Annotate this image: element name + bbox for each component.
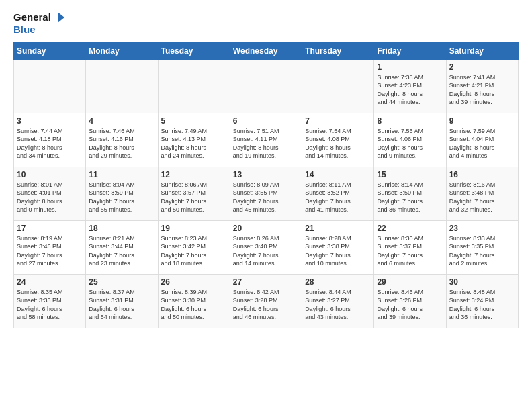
day-info-10: Sunrise: 8:01 AM Sunset: 4:01 PM Dayligh…	[17, 181, 83, 214]
logo-general: General	[13, 12, 51, 24]
day-number-27: 27	[233, 277, 299, 287]
day-info-14: Sunrise: 8:11 AM Sunset: 3:52 PM Dayligh…	[305, 181, 371, 214]
day-number-6: 6	[233, 116, 299, 126]
day-number-2: 2	[449, 62, 515, 72]
day-number-12: 12	[161, 170, 227, 179]
day-cell-12: 12Sunrise: 8:06 AM Sunset: 3:57 PM Dayli…	[158, 167, 230, 220]
day-info-20: Sunrise: 8:26 AM Sunset: 3:40 PM Dayligh…	[233, 234, 299, 268]
day-info-28: Sunrise: 8:44 AM Sunset: 3:27 PM Dayligh…	[305, 288, 371, 322]
day-info-12: Sunrise: 8:06 AM Sunset: 3:57 PM Dayligh…	[161, 181, 227, 214]
day-info-5: Sunrise: 7:49 AM Sunset: 4:13 PM Dayligh…	[161, 127, 227, 161]
week-row-4: 17Sunrise: 8:19 AM Sunset: 3:46 PM Dayli…	[14, 220, 519, 274]
day-cell-8: 8Sunrise: 7:56 AM Sunset: 4:06 PM Daylig…	[374, 113, 446, 167]
day-number-14: 14	[305, 170, 371, 179]
day-number-30: 30	[449, 277, 515, 287]
day-number-21: 21	[305, 224, 371, 233]
empty-cell	[14, 59, 86, 113]
day-info-6: Sunrise: 7:51 AM Sunset: 4:11 PM Dayligh…	[233, 127, 299, 161]
empty-cell	[86, 59, 158, 113]
day-number-4: 4	[89, 116, 154, 126]
week-row-5: 24Sunrise: 8:35 AM Sunset: 3:33 PM Dayli…	[14, 274, 519, 328]
day-number-26: 26	[161, 277, 227, 287]
day-cell-22: 22Sunrise: 8:30 AM Sunset: 3:37 PM Dayli…	[374, 220, 446, 274]
empty-cell	[158, 59, 230, 113]
header: General Blue	[13, 11, 519, 36]
day-cell-27: 27Sunrise: 8:42 AM Sunset: 3:28 PM Dayli…	[230, 274, 302, 328]
logo: General Blue	[13, 11, 66, 36]
day-cell-19: 19Sunrise: 8:23 AM Sunset: 3:42 PM Dayli…	[158, 220, 230, 274]
day-info-18: Sunrise: 8:21 AM Sunset: 3:44 PM Dayligh…	[89, 234, 154, 268]
day-number-25: 25	[89, 277, 154, 287]
empty-cell	[230, 59, 302, 113]
svg-marker-0	[58, 12, 64, 23]
day-number-22: 22	[377, 224, 443, 233]
day-info-3: Sunrise: 7:44 AM Sunset: 4:18 PM Dayligh…	[17, 127, 83, 161]
header-wednesday: Wednesday	[230, 42, 302, 59]
day-cell-13: 13Sunrise: 8:09 AM Sunset: 3:55 PM Dayli…	[230, 167, 302, 220]
day-info-26: Sunrise: 8:39 AM Sunset: 3:30 PM Dayligh…	[161, 288, 227, 322]
day-number-23: 23	[449, 224, 515, 233]
day-number-1: 1	[377, 62, 443, 72]
day-number-11: 11	[89, 170, 154, 179]
day-info-16: Sunrise: 8:16 AM Sunset: 3:48 PM Dayligh…	[449, 181, 515, 214]
day-cell-10: 10Sunrise: 8:01 AM Sunset: 4:01 PM Dayli…	[14, 167, 86, 220]
day-cell-6: 6Sunrise: 7:51 AM Sunset: 4:11 PM Daylig…	[230, 113, 302, 167]
empty-cell	[302, 59, 374, 113]
day-number-3: 3	[17, 116, 83, 126]
week-row-3: 10Sunrise: 8:01 AM Sunset: 4:01 PM Dayli…	[14, 167, 519, 220]
day-cell-7: 7Sunrise: 7:54 AM Sunset: 4:08 PM Daylig…	[302, 113, 374, 167]
header-saturday: Saturday	[446, 42, 518, 59]
day-info-2: Sunrise: 7:41 AM Sunset: 4:21 PM Dayligh…	[449, 73, 515, 107]
day-cell-1: 1Sunrise: 7:38 AM Sunset: 4:23 PM Daylig…	[374, 59, 446, 113]
day-info-27: Sunrise: 8:42 AM Sunset: 3:28 PM Dayligh…	[233, 288, 299, 322]
day-number-15: 15	[377, 170, 443, 179]
day-info-13: Sunrise: 8:09 AM Sunset: 3:55 PM Dayligh…	[233, 181, 299, 214]
day-info-8: Sunrise: 7:56 AM Sunset: 4:06 PM Dayligh…	[377, 127, 443, 161]
logo-arrow-icon	[52, 11, 66, 24]
day-cell-28: 28Sunrise: 8:44 AM Sunset: 3:27 PM Dayli…	[302, 274, 374, 328]
day-info-21: Sunrise: 8:28 AM Sunset: 3:38 PM Dayligh…	[305, 234, 371, 268]
day-info-15: Sunrise: 8:14 AM Sunset: 3:50 PM Dayligh…	[377, 181, 443, 214]
day-number-7: 7	[305, 116, 371, 126]
day-number-9: 9	[449, 116, 515, 126]
day-cell-20: 20Sunrise: 8:26 AM Sunset: 3:40 PM Dayli…	[230, 220, 302, 274]
day-number-24: 24	[17, 277, 83, 287]
day-info-17: Sunrise: 8:19 AM Sunset: 3:46 PM Dayligh…	[17, 234, 83, 268]
day-number-20: 20	[233, 224, 299, 233]
day-cell-23: 23Sunrise: 8:33 AM Sunset: 3:35 PM Dayli…	[446, 220, 518, 274]
day-info-9: Sunrise: 7:59 AM Sunset: 4:04 PM Dayligh…	[449, 127, 515, 161]
day-number-17: 17	[17, 224, 83, 233]
day-cell-18: 18Sunrise: 8:21 AM Sunset: 3:44 PM Dayli…	[86, 220, 158, 274]
day-cell-5: 5Sunrise: 7:49 AM Sunset: 4:13 PM Daylig…	[158, 113, 230, 167]
day-cell-4: 4Sunrise: 7:46 AM Sunset: 4:16 PM Daylig…	[86, 113, 158, 167]
day-cell-3: 3Sunrise: 7:44 AM Sunset: 4:18 PM Daylig…	[14, 113, 86, 167]
header-row: SundayMondayTuesdayWednesdayThursdayFrid…	[14, 42, 519, 59]
day-cell-30: 30Sunrise: 8:48 AM Sunset: 3:24 PM Dayli…	[446, 274, 518, 328]
logo-blue: Blue	[13, 24, 36, 36]
day-info-1: Sunrise: 7:38 AM Sunset: 4:23 PM Dayligh…	[377, 73, 443, 107]
day-number-8: 8	[377, 116, 443, 126]
day-info-4: Sunrise: 7:46 AM Sunset: 4:16 PM Dayligh…	[89, 127, 154, 161]
day-number-13: 13	[233, 170, 299, 179]
day-cell-11: 11Sunrise: 8:04 AM Sunset: 3:59 PM Dayli…	[86, 167, 158, 220]
calendar-table: SundayMondayTuesdayWednesdayThursdayFrid…	[13, 42, 519, 328]
day-info-30: Sunrise: 8:48 AM Sunset: 3:24 PM Dayligh…	[449, 288, 515, 322]
header-thursday: Thursday	[302, 42, 374, 59]
day-info-29: Sunrise: 8:46 AM Sunset: 3:26 PM Dayligh…	[377, 288, 443, 322]
day-cell-16: 16Sunrise: 8:16 AM Sunset: 3:48 PM Dayli…	[446, 167, 518, 220]
day-cell-15: 15Sunrise: 8:14 AM Sunset: 3:50 PM Dayli…	[374, 167, 446, 220]
day-info-19: Sunrise: 8:23 AM Sunset: 3:42 PM Dayligh…	[161, 234, 227, 268]
day-info-7: Sunrise: 7:54 AM Sunset: 4:08 PM Dayligh…	[305, 127, 371, 161]
day-info-23: Sunrise: 8:33 AM Sunset: 3:35 PM Dayligh…	[449, 234, 515, 268]
day-number-29: 29	[377, 277, 443, 287]
week-row-1: 1Sunrise: 7:38 AM Sunset: 4:23 PM Daylig…	[14, 59, 519, 113]
day-cell-29: 29Sunrise: 8:46 AM Sunset: 3:26 PM Dayli…	[374, 274, 446, 328]
day-cell-9: 9Sunrise: 7:59 AM Sunset: 4:04 PM Daylig…	[446, 113, 518, 167]
day-number-10: 10	[17, 170, 83, 179]
day-cell-26: 26Sunrise: 8:39 AM Sunset: 3:30 PM Dayli…	[158, 274, 230, 328]
day-info-11: Sunrise: 8:04 AM Sunset: 3:59 PM Dayligh…	[89, 181, 154, 214]
day-cell-24: 24Sunrise: 8:35 AM Sunset: 3:33 PM Dayli…	[14, 274, 86, 328]
day-info-25: Sunrise: 8:37 AM Sunset: 3:31 PM Dayligh…	[89, 288, 154, 322]
week-row-2: 3Sunrise: 7:44 AM Sunset: 4:18 PM Daylig…	[14, 113, 519, 167]
day-info-22: Sunrise: 8:30 AM Sunset: 3:37 PM Dayligh…	[377, 234, 443, 268]
